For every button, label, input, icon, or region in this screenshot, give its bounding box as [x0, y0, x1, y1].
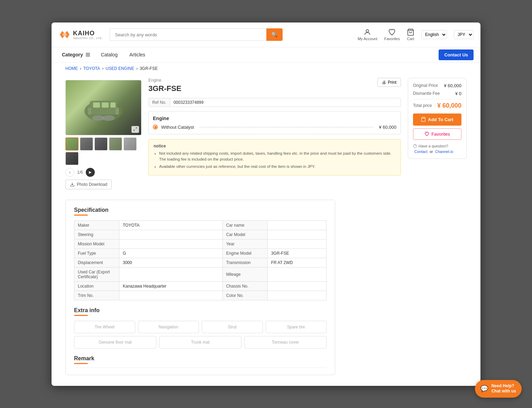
thumbnail-6[interactable] [65, 152, 79, 165]
main-content: 🖨 Print [52, 74, 480, 200]
extra-info-item: Strut [202, 321, 263, 333]
svg-rect-13 [116, 108, 119, 115]
original-price-value: ¥ 60,000 [444, 83, 461, 88]
cart-icon-btn [421, 117, 426, 122]
table-row: Location Kanazawa Headquarter Chassis No… [74, 281, 327, 291]
my-account-label: My Account [358, 37, 377, 41]
engine-option-label: Without Catalyst [161, 125, 194, 130]
photo-download-button[interactable]: Photo Download [65, 180, 112, 189]
breadcrumb-home[interactable]: HOME [65, 66, 78, 71]
chat-widget[interactable]: 💬 Need Help? Chat with us [475, 380, 522, 398]
ref-label: Ref No. [148, 98, 170, 107]
search-bar: 🔍 [110, 28, 283, 41]
svg-rect-11 [110, 102, 116, 108]
extra-info-title: Extra info [74, 307, 327, 314]
notice-item-1: Not included any related shipping costs,… [159, 151, 396, 163]
total-price-row: Total price ¥ 60,000 [413, 102, 461, 109]
photo-download-label: Photo Download [77, 182, 107, 187]
ref-row: Ref No. 0003233374899 [148, 98, 401, 107]
table-row: Fuel Type G Engine Model 3GR-FSE [74, 248, 327, 258]
print-button[interactable]: 🖨 Print [377, 78, 401, 87]
thumbnail-list [65, 137, 141, 165]
dismantle-fee-label: Dismantle Fee [413, 91, 440, 96]
remark-title: Remark [74, 355, 327, 362]
price-box: Original Price ¥ 60,000 Dismantle Fee ¥ … [408, 78, 467, 159]
nav-articles[interactable]: Articles [125, 47, 150, 62]
menu-icon [85, 52, 91, 57]
add-to-cart-button[interactable]: Add To Cart [413, 114, 461, 126]
search-button[interactable]: 🔍 [266, 28, 283, 41]
my-account-button[interactable]: My Account [358, 28, 377, 41]
engine-section-title: Engine [153, 116, 396, 121]
product-title: 3GR-FSE [148, 84, 181, 93]
engine-section: Engine Without Catalyst ¥ 60,000 [148, 111, 401, 134]
chat-icon: 💬 [480, 385, 488, 392]
currency-select[interactable]: JPY [454, 30, 474, 39]
favorites-button-panel[interactable]: Favorites [413, 128, 461, 140]
specification-section: Specification Maker TOYOTA Car name Stee… [65, 200, 335, 375]
favorites-button[interactable]: Favorites [384, 28, 400, 41]
breadcrumb-used-engine[interactable]: USED ENGINE [106, 66, 134, 71]
product-info: Engine 3GR-FSE 🖨 Print Ref No. 000323337… [148, 78, 401, 189]
search-input[interactable] [110, 28, 266, 41]
thumbnail-4[interactable] [109, 137, 122, 151]
table-row: Trim No. Color No. [74, 291, 327, 300]
image-nav-arrows: ‹ 1/6 ▶ [65, 168, 141, 177]
radio-button[interactable] [153, 125, 158, 129]
spec-section-title: Specification [74, 207, 327, 213]
play-slideshow-btn[interactable]: ▶ [86, 168, 95, 177]
extra-info-item: Genuine floor mat [74, 336, 156, 348]
have-question-label: Have a question? [419, 144, 448, 148]
breadcrumb-toyota[interactable]: TOYOTA [83, 66, 100, 71]
nav-category[interactable]: Category [58, 47, 94, 62]
chat-line1: Need Help? [492, 383, 516, 389]
thumbnail-5[interactable] [123, 137, 137, 151]
language-select[interactable]: English [421, 30, 447, 39]
add-to-cart-label: Add To Cart [428, 117, 453, 122]
svg-point-15 [102, 115, 115, 121]
prev-image-btn[interactable]: ‹ [65, 168, 74, 177]
account-icon [364, 28, 371, 36]
thumbnail-3[interactable] [94, 137, 108, 151]
extra-info-item: Navigation [138, 321, 199, 333]
svg-rect-10 [102, 102, 109, 108]
table-row: Mission Model Year [74, 239, 327, 248]
extra-info-row2: Genuine floor matTrunk matTonneau cover [74, 336, 327, 348]
thumbnail-2[interactable] [80, 137, 93, 151]
chat-line2: Chat with us [492, 389, 516, 394]
logo-sub: INDUSTRY CO., LTD. [73, 37, 103, 39]
table-row: Displacement 3000 Transmission FR AT 2WD [74, 258, 327, 267]
main-product-image [65, 80, 141, 135]
site-logo[interactable]: KAIHO INDUSTRY CO., LTD. [58, 30, 103, 39]
breadcrumb-current: 3GR-FSE [140, 66, 158, 71]
cart-icon [407, 28, 414, 36]
original-price-label: Original Price [413, 83, 438, 88]
extra-info-item: Spare tire [266, 321, 327, 333]
nav-contact-button[interactable]: Contact Us [439, 49, 474, 60]
original-price-row: Original Price ¥ 60,000 [413, 83, 461, 88]
favorites-label: Favorites [384, 37, 400, 41]
dismantle-fee-value: ¥ 0 [455, 91, 461, 96]
question-links: Contact or Channel.io [413, 149, 461, 154]
expand-image-btn[interactable] [131, 126, 139, 133]
dismantle-fee-row: Dismantle Fee ¥ 0 [413, 91, 461, 96]
extra-info-item: Tire Wheel [74, 321, 135, 333]
extra-info-item: Trunk mat [159, 336, 241, 348]
extra-info-item: Tonneau cover [244, 336, 327, 348]
cart-button[interactable]: Cart [407, 28, 414, 41]
engine-option[interactable]: Without Catalyst ¥ 60,000 [153, 125, 396, 130]
notice-list: Not included any related shipping costs,… [154, 151, 396, 170]
total-price-value: ¥ 60,000 [437, 102, 461, 109]
contact-link[interactable]: Contact [414, 149, 428, 154]
nav-catalog[interactable]: Catalog [96, 47, 122, 62]
download-icon [70, 182, 75, 187]
notice-title: notice [154, 144, 396, 148]
channel-io-link[interactable]: Channel.io [435, 149, 453, 154]
expand-icon [133, 127, 137, 131]
question-icon [413, 144, 417, 148]
thumbnail-1[interactable] [65, 137, 79, 151]
print-label: Print [388, 80, 396, 85]
question-row: Have a question? [413, 144, 461, 148]
engine-svg [79, 90, 128, 125]
logo-name: KAIHO [73, 30, 103, 37]
